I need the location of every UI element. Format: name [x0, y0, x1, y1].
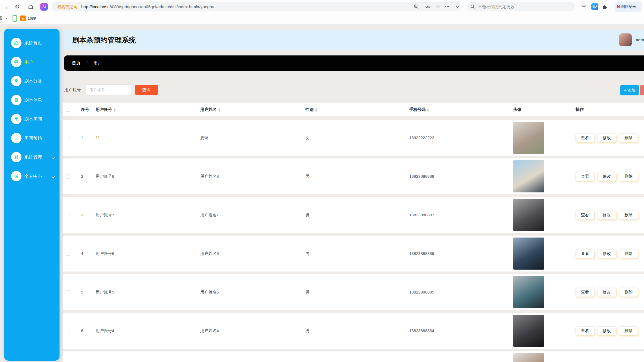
sidebar-item-label: 剧本房间 — [24, 110, 42, 129]
table-row: 1 11 夏琳 女 13922222222 查看修改删除 — [63, 120, 644, 156]
edit-button[interactable]: 修改 — [597, 288, 616, 297]
bookmark-star-icon[interactable]: ☆ — [435, 4, 441, 10]
view-button[interactable]: 查看 — [576, 249, 595, 258]
sort-icon — [114, 108, 116, 112]
column-header-account[interactable]: 用户账号 — [96, 103, 116, 116]
sidebar-item-system-home[interactable]: 系统首页 — [4, 33, 60, 52]
home-icon[interactable] — [28, 0, 34, 14]
cell-phone: 13823888888 — [409, 158, 434, 194]
password-key-icon[interactable] — [425, 4, 430, 10]
view-button[interactable]: 查看 — [576, 326, 595, 335]
avatar — [513, 238, 544, 270]
delete-button[interactable]: 删除 — [619, 133, 638, 142]
sidebar-item-users[interactable]: 用户 — [4, 52, 60, 71]
select-all-checkbox[interactable] — [66, 108, 70, 112]
app-header: 剧本杀预约管理系统 admin — [64, 30, 644, 50]
edit-button[interactable]: 修改 — [597, 249, 616, 258]
reload-icon[interactable]: ↻ — [15, 0, 20, 14]
sort-icon — [218, 108, 220, 112]
plus-icon: + — [624, 88, 626, 92]
sidebar-item-label: 房间预约 — [24, 129, 42, 148]
more-options-icon[interactable]: ••• — [445, 4, 451, 10]
bookmark-1688-icon: e — [20, 15, 26, 21]
bookmark-1688[interactable]: e 1688 — [20, 15, 36, 21]
table-row — [63, 351, 644, 362]
delete-button[interactable]: 删除 — [619, 172, 638, 181]
zoom-icon[interactable] — [414, 4, 419, 10]
row-checkbox[interactable] — [66, 252, 70, 256]
cell-gender: 男 — [305, 197, 310, 233]
row-checkbox[interactable] — [66, 213, 70, 217]
card-icon — [11, 171, 21, 181]
delete-button[interactable]: 删除 — [619, 211, 638, 220]
view-button[interactable]: 查看 — [576, 133, 595, 142]
admin-app: 系统首页 用户 剧本分类 剧本信息 剧本房间 — [0, 24, 644, 362]
sidebar-item-room-reservation[interactable]: 房间预约 — [4, 129, 60, 148]
user-avatar[interactable] — [619, 33, 632, 46]
cell-account: 用户账号7 — [96, 197, 114, 233]
search-icon — [470, 4, 475, 9]
avatar — [513, 353, 544, 362]
query-button[interactable]: 查询 — [135, 85, 158, 95]
sort-icon — [427, 108, 429, 112]
add-button-label: 添加 — [627, 88, 635, 92]
grid-icon — [11, 152, 21, 162]
sidebar-item-label: 用户 — [24, 52, 33, 71]
browser-search-box[interactable]: 不缴社保的约定无效 — [467, 2, 575, 11]
cell-name: 用户姓名6 — [200, 236, 219, 272]
delete-button[interactable]: 删除 — [619, 288, 638, 297]
cell-account: 用户账号4 — [96, 313, 114, 349]
forward-icon[interactable]: → — [2, 0, 9, 14]
bookmark-folder[interactable]: 藏 — [0, 16, 2, 21]
view-button[interactable]: 查看 — [576, 288, 595, 297]
filter-row: 用户账号 查询 + 添加 — [0, 85, 644, 95]
column-header-index: 序号 — [81, 103, 89, 116]
add-button[interactable]: + 添加 — [620, 85, 639, 95]
nami-extension-button[interactable]: N 问问纳米 — [615, 2, 642, 12]
breadcrumb-separator: / — [86, 55, 87, 71]
view-button[interactable]: 查看 — [576, 172, 595, 181]
username: admin — [636, 30, 644, 50]
chevron-down-icon[interactable] — [455, 5, 461, 10]
row-checkbox[interactable] — [66, 174, 70, 179]
avatar — [513, 315, 544, 347]
nami-icon: N — [617, 4, 620, 9]
batch-delete-button-clipped[interactable] — [640, 85, 644, 95]
scissors-icon[interactable]: ✂ — [582, 3, 586, 10]
row-checkbox[interactable] — [66, 290, 70, 294]
cell-name: 用户姓名8 — [200, 158, 219, 194]
translate-icon[interactable]: 文A — [591, 3, 598, 10]
column-header-name[interactable]: 用户姓名 — [200, 103, 220, 116]
breadcrumb: 首页 / 用户 — [64, 55, 644, 71]
account-filter-input[interactable] — [86, 85, 131, 95]
cell-name: 用户姓名5 — [200, 274, 219, 310]
edit-button[interactable]: 修改 — [597, 172, 616, 181]
sidebar-item-personal-center[interactable]: 个人中心 — [4, 167, 60, 186]
address-bar[interactable]: 域名重定向 http://localhost:8080/springbootra… — [52, 2, 461, 11]
breadcrumb-home[interactable]: 首页 — [72, 55, 80, 71]
cell-gender: 男 — [305, 274, 310, 310]
column-header-gender[interactable]: 性别 — [305, 103, 317, 116]
edit-button[interactable]: 修改 — [597, 326, 616, 335]
url-host: http://localhost — [81, 4, 108, 9]
avatar — [513, 160, 544, 192]
device-bookmark-icon[interactable] — [12, 15, 17, 23]
sidebar-item-script-room[interactable]: 剧本房间 — [4, 110, 60, 129]
breadcrumb-current: 用户 — [93, 55, 102, 71]
extensions-puzzle-icon[interactable] — [602, 4, 608, 11]
row-checkbox[interactable] — [66, 136, 70, 140]
row-checkbox[interactable] — [66, 329, 70, 333]
chat-icon — [11, 57, 21, 67]
ai-extension-icon[interactable]: AI — [40, 3, 48, 11]
edit-button[interactable]: 修改 — [597, 133, 616, 142]
sidebar: 系统首页 用户 剧本分类 剧本信息 剧本房间 — [4, 29, 60, 361]
cell-name: 用户姓名7 — [200, 197, 219, 233]
view-button[interactable]: 查看 — [576, 211, 595, 220]
chevron-down-icon — [51, 175, 55, 180]
delete-button[interactable]: 删除 — [619, 249, 638, 258]
column-header-phone[interactable]: 手机号码 — [409, 103, 429, 116]
home-icon — [11, 38, 21, 48]
sidebar-item-system-management[interactable]: 系统管理 — [4, 148, 60, 167]
delete-button[interactable]: 删除 — [619, 326, 638, 335]
edit-button[interactable]: 修改 — [597, 211, 616, 220]
